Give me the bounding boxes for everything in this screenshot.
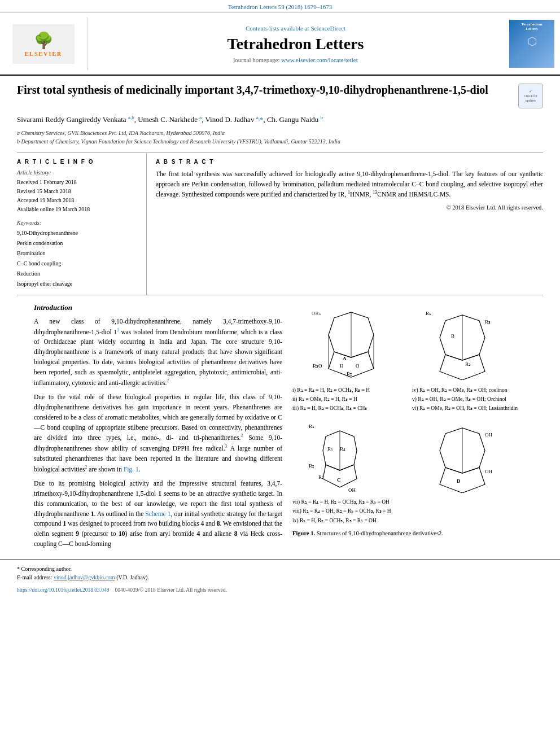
corresponding-author-note: * Corresponding author. [17, 565, 543, 573]
intro-paragraph-3: Due to its promising biological activity… [34, 479, 282, 549]
history-label: Article history: [17, 169, 139, 176]
figure-1-label: Figure 1. [292, 530, 315, 536]
article-title: First total synthesis of medicinally imp… [17, 82, 513, 99]
svg-text:O: O [356, 363, 360, 369]
figure-1-area: OR₁ R₃O O H R₂ [292, 303, 526, 541]
body-left-column: Introduction A new class of 9,10-dihydro… [34, 303, 282, 554]
abstract-column: A B S T R A C T The first total synthesi… [147, 153, 543, 295]
history-accepted: Accepted 19 March 2018 [17, 196, 139, 205]
elsevier-label: ELSEVIER [25, 51, 63, 57]
email-suffix: (V.D. Jadhav). [116, 574, 149, 580]
compound-ix: ix) R₁ = H, R₂ = OCH₃, R₃ = R₅ = OH [292, 516, 391, 525]
figure-1-caption: Figure 1. Structures of 9,10-dihydrophen… [292, 530, 526, 538]
journal-cover-area: TetrahedronLetters ⬡ [504, 18, 560, 70]
contents-available-text: Contents lists available at [246, 25, 309, 32]
svg-text:C: C [337, 477, 341, 483]
structure-A: OR₁ R₃O O H R₂ [306, 307, 396, 380]
svg-text:OH: OH [348, 487, 356, 493]
keywords-list: 9,10-Dihydrophenanthrene Perkin condensa… [17, 228, 139, 289]
copyright-line: © 2018 Elsevier Ltd. All rights reserved… [156, 204, 543, 211]
keyword-1: 9,10-Dihydrophenanthrene [17, 228, 139, 238]
structure-A-svg: OR₁ R₃O O H R₂ [306, 307, 396, 380]
structure-C: R₁ R₂ R₅ R₄ R₃ C [306, 420, 396, 493]
cover-graphic: ⬡ [527, 34, 537, 48]
history-available: Available online 19 March 2018 [17, 205, 139, 214]
svg-text:B: B [451, 333, 454, 339]
homepage-url[interactable]: www.elsevier.com/locate/tetlet [281, 56, 358, 63]
abstract-heading: A B S T R A C T [156, 159, 543, 165]
email-footnote: E-mail address: vinod.jadhav@gvkbio.com … [17, 573, 543, 582]
journal-homepage: journal homepage: www.elsevier.com/locat… [233, 56, 357, 63]
svg-text:H: H [340, 363, 344, 369]
svg-text:R₃: R₃ [318, 474, 324, 480]
sciencedirect-link[interactable]: Contents lists available at ScienceDirec… [246, 25, 345, 32]
journal-title: Tetrahedron Letters [228, 35, 364, 53]
article-info-heading: A R T I C L E I N F O [17, 159, 139, 165]
history-revised: Revised 15 March 2018 [17, 187, 139, 196]
svg-text:A: A [343, 356, 347, 361]
keyword-5: Reduction [17, 269, 139, 279]
history-received: Received 1 February 2018 [17, 178, 139, 187]
structure-B-svg: R₁ R₃ B R₂ [423, 307, 513, 380]
keywords-section: Keywords: 9,10-Dihydrophenanthrene Perki… [17, 220, 139, 289]
article-info-column: A R T I C L E I N F O Article history: R… [17, 153, 147, 295]
structure-D: OH OH D [423, 420, 513, 493]
info-abstract-section: A R T I C L E I N F O Article history: R… [17, 152, 543, 295]
svg-text:OH: OH [485, 469, 492, 474]
homepage-label: journal homepage: [233, 56, 279, 63]
compound-v: v) R₁ = OH, R₂ = OMe, R₃ = OH; Orchinol [412, 395, 526, 404]
compound-list-vii-ix: vii) R₁ = R₄ = H, R₂ = OCH₃, R₃ = R₅ = O… [292, 497, 391, 525]
compound-ii: ii) R₁ = OMe, R₂ = H, R₃ = H [292, 395, 406, 404]
intro-paragraph-2: Due to the vital role of these biologica… [34, 392, 282, 474]
journal-reference-text: Tetrahedron Letters 59 (2018) 1670–1673 [228, 3, 332, 10]
compound-i: i) R₁ = R₄ = H, R₂ = OCH₃, R₃ = H [292, 386, 406, 395]
check-updates-label: Check for updates [524, 94, 537, 102]
abstract-text: The first total synthesis was successful… [156, 169, 543, 200]
keywords-label: Keywords: [17, 220, 139, 226]
figure-1-box: OR₁ R₃O O H R₂ [292, 303, 526, 541]
affiliation-a: a Chemistry Services, GVK Biosciences Pv… [17, 129, 543, 137]
bottom-bar: https://doi.org/10.1016/j.tetlet.2018.03… [0, 585, 560, 595]
corresponding-label: * Corresponding author. [17, 566, 72, 572]
svg-text:R₄: R₄ [340, 446, 345, 452]
svg-text:R₅: R₅ [327, 446, 333, 452]
svg-text:OH: OH [485, 432, 492, 438]
body-columns: Introduction A new class of 9,10-dihydro… [17, 303, 543, 554]
svg-text:R₂: R₂ [465, 361, 471, 367]
intro-paragraph-1: A new class of 9,10-dihydrophenanthrene,… [34, 317, 282, 388]
doi-link[interactable]: https://doi.org/10.1016/j.tetlet.2018.03… [17, 587, 109, 593]
keyword-6: Isopropyl ether cleavage [17, 279, 139, 289]
tree-icon: 🌳 [34, 31, 54, 50]
structure-C-svg: R₁ R₂ R₅ R₄ R₃ C [306, 420, 396, 493]
svg-text:R₃: R₃ [485, 319, 491, 325]
keyword-3: Bromination [17, 248, 139, 259]
authors-line: Sivarami Reddy Gangireddy Venkata a,b, U… [17, 114, 543, 125]
figure-1-caption-text: Structures of 9,10-dihydrophenanthrene d… [317, 530, 443, 536]
svg-text:R₂: R₂ [347, 371, 352, 377]
article-history: Article history: Received 1 February 201… [17, 169, 139, 214]
compound-iii: iii) R₁ = H, R₂ = OCH₃, R₃ = CH₃ [292, 404, 406, 413]
structure-D-svg: OH OH D [423, 420, 513, 493]
cover-title: TetrahedronLetters [521, 22, 542, 31]
body-right-column: OR₁ R₃O O H R₂ [292, 303, 526, 554]
check-updates-badge: ✓ Check for updates [518, 84, 543, 108]
elsevier-logo: 🌳 ELSEVIER [12, 24, 75, 64]
affiliations: a Chemistry Services, GVK Biosciences Pv… [17, 129, 543, 146]
check-updates-icon: ✓ Check for updates [519, 89, 542, 103]
compound-vi: vi) R₁ = OMe, R₂ = OH, R₃ = OH; Lusianth… [412, 404, 526, 413]
sciencedirect-anchor[interactable]: ScienceDirect [310, 25, 345, 32]
compound-list-left: i) R₁ = R₄ = H, R₂ = OCH₃, R₃ = H ii) R₁… [292, 386, 406, 413]
svg-text:R₁: R₁ [426, 311, 431, 316]
svg-text:OR₁: OR₁ [312, 311, 321, 316]
keyword-4: C–C bond coupling [17, 259, 139, 269]
structure-B: R₁ R₃ B R₂ [423, 307, 513, 380]
keyword-2: Perkin condensation [17, 238, 139, 248]
email-link[interactable]: vinod.jadhav@gvkbio.com [54, 574, 115, 580]
email-label: E-mail address: [17, 574, 52, 580]
page: Tetrahedron Letters 59 (2018) 1670–1673 … [0, 0, 560, 747]
affiliation-b: b Department of Chemistry, Vignan Founda… [17, 137, 543, 146]
compound-viii: viii) R₁ = R₄ = OH, R₂ = R₅ = OCH₃, R₃ =… [292, 506, 391, 516]
svg-text:R₂: R₂ [309, 463, 314, 469]
journal-cover-image: TetrahedronLetters ⬡ [509, 20, 554, 68]
svg-text:R₃O: R₃O [313, 363, 322, 369]
